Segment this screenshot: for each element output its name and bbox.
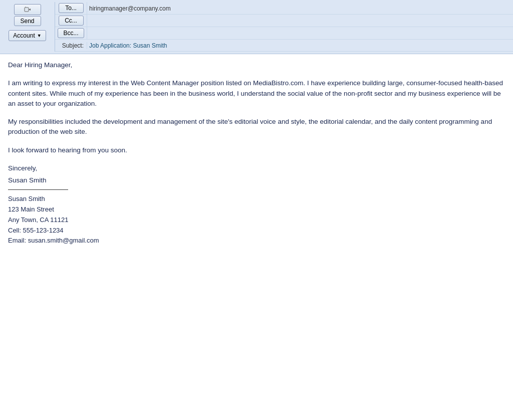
send-icon-button[interactable] [14, 4, 41, 15]
email-compose-window: Send Account ▼ To... [0, 0, 513, 252]
left-controls: Send Account ▼ [0, 2, 55, 52]
bcc-button[interactable]: Bcc... [58, 28, 84, 38]
bcc-btn-cell: Bcc... [55, 27, 87, 39]
email-greeting: Dear Hiring Manager, [8, 60, 505, 70]
bcc-input[interactable] [89, 30, 511, 37]
field-rows: To... Cc... [55, 2, 513, 52]
subject-row: Subject: [55, 40, 513, 52]
account-chevron-icon: ▼ [37, 33, 42, 38]
cc-input-cell [87, 17, 513, 25]
cc-input[interactable] [89, 18, 511, 25]
bcc-row: Bcc... [55, 27, 513, 40]
svg-rect-0 [25, 8, 29, 12]
account-button[interactable]: Account ▼ [9, 30, 46, 41]
signature-block: Susan Smith 123 Main Street Any Town, CA… [8, 194, 505, 246]
cc-btn-cell: Cc... [55, 15, 87, 27]
to-input-cell [87, 4, 513, 13]
sig-line2: 123 Main Street [8, 204, 505, 215]
email-paragraph1: I am writing to express my interest in t… [8, 78, 505, 109]
sig-line5: Email: susan.smith@gmail.com [8, 236, 505, 246]
to-row: To... [55, 2, 513, 15]
sig-line4: Cell: 555-123-1234 [8, 226, 505, 236]
send-icon [24, 6, 31, 13]
email-header: Send Account ▼ To... [0, 0, 513, 54]
email-closing: Sincerely, [8, 163, 505, 173]
account-label: Account [13, 32, 35, 39]
to-button[interactable]: To... [59, 3, 84, 13]
subject-input[interactable] [89, 42, 511, 49]
cc-button[interactable]: Cc... [59, 16, 84, 26]
email-paragraph3: I look forward to hearing from you soon. [8, 145, 505, 155]
email-signature-name: Susan Smith [8, 175, 505, 185]
cc-row: Cc... [55, 15, 513, 27]
sig-line3: Any Town, CA 11121 [8, 215, 505, 226]
send-block: Send [13, 4, 43, 26]
bcc-input-cell [87, 29, 513, 38]
send-button[interactable]: Send [14, 16, 41, 26]
to-input[interactable] [89, 5, 511, 12]
svg-marker-2 [29, 9, 31, 11]
sig-line1: Susan Smith [8, 194, 505, 204]
signature-divider [8, 189, 68, 190]
email-paragraph2: My responsibilities included the develop… [8, 117, 505, 137]
email-body: Dear Hiring Manager, I am writing to exp… [0, 54, 513, 252]
subject-label: Subject: [55, 42, 87, 49]
subject-input-cell [87, 41, 513, 50]
to-btn-cell: To... [55, 2, 87, 14]
